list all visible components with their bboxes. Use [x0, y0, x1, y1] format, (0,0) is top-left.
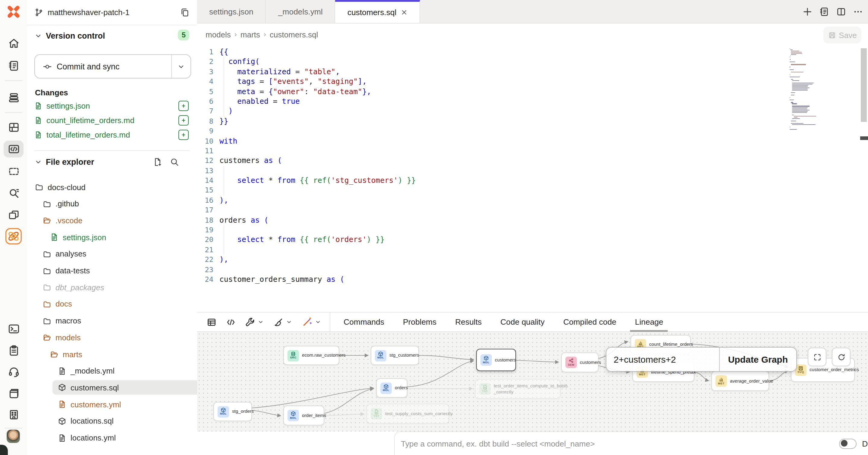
layers-icon[interactable]	[4, 89, 24, 106]
defer-toggle[interactable]	[839, 438, 857, 449]
support-headset-icon[interactable]	[4, 363, 24, 380]
copilot-magic-icon-chevron[interactable]	[315, 319, 321, 325]
stage-file-button[interactable]	[179, 115, 189, 125]
panel-tab-results[interactable]: Results	[455, 312, 482, 332]
code-editor[interactable]: 1{{2 config(3 materialized = "table",4 t…	[197, 46, 868, 312]
tree-item-analyses[interactable]: analyses	[43, 248, 87, 261]
lineage-node-stg-customers[interactable]: MDL stg_customers	[371, 346, 419, 365]
copy-branch-icon[interactable]	[180, 8, 189, 17]
build-wrench-icon-chevron[interactable]	[257, 319, 264, 325]
notebook-list-icon[interactable]	[819, 6, 830, 17]
breadcrumb-item[interactable]: marts	[241, 30, 260, 39]
lineage-node-order-items[interactable]: MDL order_items	[283, 405, 324, 425]
stage-file-button[interactable]	[179, 101, 189, 111]
commit-options-chevron[interactable]	[172, 62, 190, 70]
file-explorer-header[interactable]: File explorer	[34, 158, 94, 167]
refresh-icon	[837, 353, 845, 361]
breadcrumb-item[interactable]: models	[206, 30, 231, 39]
panel-tab-problems[interactable]: Problems	[403, 312, 436, 332]
lineage-node-stg-orders[interactable]: MDL stg_orders	[213, 402, 252, 421]
dbt-logo-icon[interactable]	[5, 3, 22, 21]
tree-item-dbt_packages[interactable]: dbt_packages	[43, 281, 104, 294]
frame-icon[interactable]	[4, 163, 24, 180]
cube-icon: MDL	[380, 382, 392, 394]
rail-divider	[5, 428, 22, 428]
changed-file-count_lifetime_orders.md[interactable]: count_lifetime_orders.md	[34, 113, 190, 127]
new-file-icon[interactable]	[153, 158, 162, 167]
search-files-icon[interactable]	[170, 158, 179, 167]
refresh-graph-button[interactable]	[832, 348, 850, 366]
tree-item-marts[interactable]: marts	[50, 348, 82, 361]
sidebar: matthewshaver-patch-1 Version control 5 …	[27, 0, 198, 455]
changed-file-settings.json[interactable]: settings.json	[34, 99, 190, 112]
tree-item-_models.yml[interactable]: _models.yml	[58, 364, 115, 377]
lineage-node-test-supply-costs[interactable]: TST test_supply_costs_sum_correctly	[367, 404, 449, 424]
tree-item-macros[interactable]: macros	[43, 314, 81, 328]
tree-item-customers.yml[interactable]: customers.yml	[58, 398, 121, 411]
lineage-canvas[interactable]: SRC ecom.raw_customers MDL stg_customers…	[197, 332, 868, 431]
tree-item-customers.sql[interactable]: customers.sql	[58, 381, 119, 394]
commit-and-sync-button[interactable]: Commit and sync	[34, 54, 191, 79]
format-broom-icon-chevron[interactable]	[286, 319, 292, 325]
new-tab-icon[interactable]	[802, 6, 812, 17]
grid-icon[interactable]	[4, 119, 24, 136]
home-icon[interactable]	[4, 35, 24, 52]
minimap[interactable]	[789, 48, 821, 130]
save-button[interactable]: Save	[824, 27, 861, 44]
copilot-atom-icon[interactable]	[4, 227, 24, 245]
command-input[interactable]: Type a command, ex. dbt build --select <…	[401, 439, 839, 448]
version-control-header[interactable]: Version control	[34, 31, 105, 40]
lineage-node-test-order-items[interactable]: TST test_order_items_compute_to_bools _c…	[475, 379, 561, 399]
tree-item-docs[interactable]: docs	[43, 297, 72, 311]
code-editor-icon[interactable]	[4, 141, 24, 158]
clipboard-icon[interactable]	[4, 342, 24, 359]
lineage-node-customers-semantic[interactable]: SEM customers	[561, 352, 598, 372]
terminal-icon[interactable]	[4, 320, 24, 337]
lineage-node-customers-model[interactable]: MDL customers	[476, 349, 516, 371]
panel-tab-commands[interactable]: Commands	[344, 312, 384, 332]
code-line-2: 2 config(	[197, 57, 868, 67]
tree-item-.vscode[interactable]: .vscode	[43, 214, 83, 227]
build-wrench-icon[interactable]	[245, 317, 255, 327]
tree-item-locations.sql[interactable]: locations.sql	[58, 415, 114, 428]
scrollbar-handle[interactable]	[860, 136, 868, 140]
share-icon: SEM	[565, 357, 577, 368]
changed-file-total_lifetime_orders.md[interactable]: total_lifetime_orders.md	[34, 128, 190, 141]
fullscreen-button[interactable]	[808, 348, 827, 366]
code-line-10: 10with	[197, 136, 868, 146]
results-table-icon[interactable]	[207, 317, 216, 327]
explore-icon[interactable]	[4, 184, 24, 202]
tree-item-docs-cloud[interactable]: docs-cloud	[35, 180, 86, 194]
organization-icon[interactable]	[4, 406, 24, 423]
docs-icon[interactable]	[4, 385, 24, 402]
panel-tab-lineage[interactable]: Lineage	[635, 312, 663, 332]
split-editor-icon[interactable]	[836, 6, 846, 17]
tree-item-settings.json[interactable]: settings.json	[50, 230, 106, 244]
tree-item-models[interactable]: models	[43, 331, 81, 344]
tree-item-.github[interactable]: .github	[43, 197, 79, 210]
breadcrumb-item[interactable]: customers.sql	[270, 30, 318, 39]
update-graph-button[interactable]: Update Graph	[719, 348, 796, 371]
code-view-icon[interactable]	[226, 317, 236, 327]
editor-tab-settings.json[interactable]: settings.json	[197, 0, 266, 23]
notebook-icon[interactable]	[4, 57, 24, 74]
lineage-node-orders[interactable]: MDL orders	[376, 378, 407, 398]
tree-item-locations.yml[interactable]: locations.yml	[58, 431, 116, 445]
copilot-magic-icon[interactable]	[302, 317, 312, 327]
branch-row[interactable]: matthewshaver-patch-1	[27, 0, 197, 25]
panel-tab-code-quality[interactable]: Code quality	[500, 312, 545, 332]
user-avatar[interactable]	[7, 430, 20, 443]
more-options-icon[interactable]	[853, 6, 863, 17]
lineage-node-raw-customers[interactable]: SRC ecom.raw_customers	[283, 346, 339, 365]
editor-tab-customers.sql[interactable]: customers.sql	[336, 0, 420, 23]
editor-tab-_models.yml[interactable]: _models.yml	[266, 0, 336, 23]
panel-tab-compiled-code[interactable]: Compiled code	[563, 312, 616, 332]
lineage-selector-input[interactable]: 2+customers+2	[607, 348, 719, 371]
tree-item-data-tests[interactable]: data-tests	[43, 264, 90, 277]
close-tab-icon[interactable]	[401, 9, 407, 16]
stage-file-button[interactable]	[179, 130, 189, 140]
lineage-node-average-order-value[interactable]: MET average_order_value	[711, 371, 769, 391]
editor-scrollbar[interactable]	[861, 48, 867, 122]
format-broom-icon[interactable]	[274, 317, 283, 327]
windows-icon[interactable]	[4, 206, 24, 223]
